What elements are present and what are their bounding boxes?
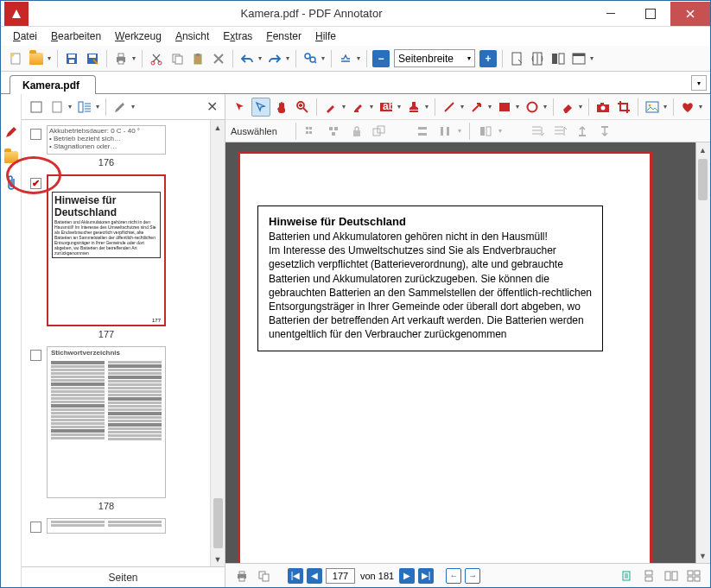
print-button[interactable]: [111, 49, 130, 68]
thumb-checkbox[interactable]: ✔: [30, 178, 41, 189]
folder-icon[interactable]: [4, 151, 18, 163]
prev-page-button[interactable]: ◀: [307, 568, 322, 584]
select-all-button[interactable]: [27, 98, 46, 117]
distribute-v-button[interactable]: [413, 122, 432, 141]
tab-overflow-button[interactable]: ▾: [691, 75, 707, 91]
cut-button[interactable]: [147, 49, 166, 68]
arrow-tool[interactable]: [467, 98, 486, 117]
redo-button[interactable]: [265, 49, 284, 68]
menu-datei[interactable]: Datei: [8, 28, 42, 44]
menu-ansicht[interactable]: Ansicht: [170, 28, 214, 44]
page-thumbnail[interactable]: Akkubetriebsdauer: 0 C - 40 °• Betrieb b…: [47, 125, 166, 155]
undo-button[interactable]: [238, 49, 257, 68]
layout-two-button[interactable]: [662, 566, 681, 585]
page-thumbnail[interactable]: [47, 518, 166, 534]
pointer-tool[interactable]: [231, 98, 250, 117]
canvas-scrollbar[interactable]: ▲ ▼: [695, 142, 710, 563]
last-page-button[interactable]: ▶|: [418, 568, 434, 584]
settings-button[interactable]: [111, 98, 130, 117]
menu-extras[interactable]: Extras: [218, 28, 257, 44]
zoom-in-button[interactable]: +: [479, 50, 497, 67]
add-page-button[interactable]: [48, 98, 67, 117]
flip-h-button[interactable]: [476, 122, 495, 141]
highlighter-tool[interactable]: [349, 98, 368, 117]
thumb-row[interactable]: Akkubetriebsdauer: 0 C - 40 °• Betrieb b…: [25, 125, 225, 173]
group-button[interactable]: [370, 122, 389, 141]
continuous-button[interactable]: [528, 49, 547, 68]
crop-tool[interactable]: [614, 98, 633, 117]
print-dropdown[interactable]: ▾: [130, 54, 137, 62]
pen-tool[interactable]: [321, 98, 340, 117]
pencil-icon[interactable]: [4, 125, 18, 139]
distribute-h-button[interactable]: [435, 122, 454, 141]
first-page-button[interactable]: |◀: [288, 568, 303, 584]
close-button[interactable]: [670, 2, 710, 26]
sidebar-close-button[interactable]: ✕: [204, 99, 219, 115]
menu-hilfe[interactable]: Hilfe: [310, 28, 341, 44]
redo-dropdown[interactable]: ▾: [284, 54, 291, 62]
undo-dropdown[interactable]: ▾: [257, 54, 263, 62]
document-canvas[interactable]: Hinweise für Deutschland Batterien und A…: [225, 142, 710, 563]
align-left-button[interactable]: [302, 122, 321, 141]
bookmark-dropdown[interactable]: ▾: [355, 54, 362, 62]
layout-continuous-button[interactable]: [639, 566, 658, 585]
stamp-tool[interactable]: [404, 98, 423, 117]
send-back-button[interactable]: [550, 122, 569, 141]
clip-icon[interactable]: [5, 175, 17, 191]
bookmark-button[interactable]: [336, 49, 355, 68]
copy-button[interactable]: [168, 49, 187, 68]
rect-tool[interactable]: [495, 98, 514, 117]
camera-tool[interactable]: [594, 98, 613, 117]
sidebar-scrollbar[interactable]: ▲ ▼: [210, 120, 225, 566]
thumb-checkbox[interactable]: [30, 350, 41, 361]
ellipse-tool[interactable]: [523, 98, 542, 117]
layout-single-button[interactable]: [617, 566, 636, 585]
delete-button[interactable]: [209, 49, 228, 68]
page-thumbnail-selected[interactable]: Hinweise für DeutschlandBatterien und Ak…: [47, 174, 166, 326]
paste-button[interactable]: [188, 49, 207, 68]
menu-werkzeug[interactable]: Werkzeug: [110, 28, 167, 44]
find-dropdown[interactable]: ▾: [320, 54, 327, 62]
select-tool[interactable]: [251, 98, 270, 117]
document-tab[interactable]: Kamera.pdf: [10, 75, 96, 94]
find-button[interactable]: [301, 49, 320, 68]
zoom-select[interactable]: Seitenbreite▾: [394, 49, 475, 67]
minimize-button[interactable]: [591, 2, 631, 26]
zoom-out-button[interactable]: −: [372, 50, 390, 67]
save-button[interactable]: [62, 49, 81, 68]
maximize-button[interactable]: [631, 2, 670, 26]
zoom-tool[interactable]: [293, 98, 312, 117]
page-input[interactable]: [326, 568, 355, 584]
menu-bearbeiten[interactable]: Bearbeiten: [46, 28, 106, 44]
thumb-row[interactable]: Stichwortverzeichnis 178: [25, 346, 225, 516]
pan-tool[interactable]: [272, 98, 291, 117]
layout-two-cont-button[interactable]: [684, 566, 703, 585]
thumb-row[interactable]: ✔ Hinweise für DeutschlandBatterien und …: [25, 174, 225, 345]
line-tool[interactable]: [440, 98, 459, 117]
view-mode-button[interactable]: [75, 98, 94, 117]
status-copy-button[interactable]: [255, 566, 274, 585]
menu-fenster[interactable]: Fenster: [261, 28, 307, 44]
move-down-button[interactable]: [595, 122, 614, 141]
lock-button[interactable]: [347, 122, 366, 141]
open-button[interactable]: [27, 49, 46, 68]
image-tool[interactable]: [643, 98, 662, 117]
new-doc-button[interactable]: [6, 49, 25, 68]
bring-front-button[interactable]: [528, 122, 547, 141]
move-up-button[interactable]: [573, 122, 592, 141]
align-center-button[interactable]: [325, 122, 344, 141]
eraser-tool[interactable]: [558, 98, 577, 117]
single-page-button[interactable]: [507, 49, 526, 68]
next-page-button[interactable]: ▶: [399, 568, 415, 584]
thumb-row[interactable]: [25, 518, 225, 534]
fullscreen-dropdown[interactable]: ▾: [588, 54, 595, 62]
save-as-button[interactable]: [83, 49, 102, 68]
two-page-button[interactable]: [549, 49, 568, 68]
thumb-checkbox[interactable]: [30, 522, 41, 533]
text-tool[interactable]: ab: [377, 98, 396, 117]
open-dropdown[interactable]: ▾: [46, 54, 53, 62]
favorite-tool[interactable]: [678, 98, 697, 117]
nav-back-button[interactable]: ←: [446, 568, 461, 584]
page-thumbnail[interactable]: Stichwortverzeichnis: [47, 346, 166, 498]
thumb-checkbox[interactable]: [30, 129, 41, 140]
